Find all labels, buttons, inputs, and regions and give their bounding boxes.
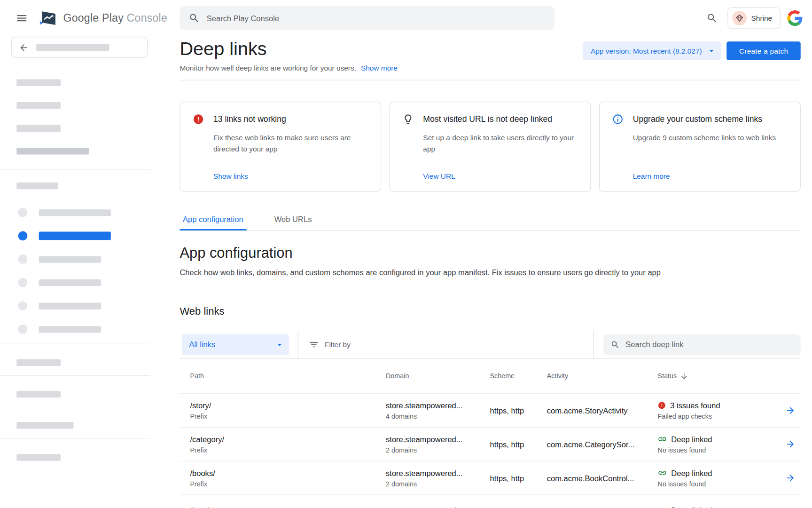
web-links-heading: Web links xyxy=(180,305,800,317)
nav-item-icon xyxy=(18,208,28,217)
row-detail-button[interactable] xyxy=(785,405,796,416)
card-title: 13 links not working xyxy=(213,115,286,124)
deep-link-icon xyxy=(658,506,667,508)
column-header-scheme[interactable]: Scheme xyxy=(490,372,547,380)
web-links-table: Path Domain Scheme Activity Status /stor… xyxy=(180,359,800,508)
back-button[interactable] xyxy=(11,37,148,58)
section-description: Check how web links, domains, and custom… xyxy=(180,268,800,277)
show-links-link[interactable]: Show links xyxy=(213,172,248,181)
app-switcher[interactable]: Shrine xyxy=(727,7,781,29)
deep-link-search[interactable] xyxy=(603,334,801,355)
card-title: Upgrade your custom scheme links xyxy=(633,115,762,124)
skeleton-bar xyxy=(39,232,111,240)
tab-app-configuration[interactable]: App configuration xyxy=(180,214,246,230)
activity-value: com.acme.CategorySor... xyxy=(547,440,658,449)
skeleton-bar xyxy=(16,422,73,429)
filter-icon xyxy=(309,339,319,349)
column-header-path[interactable]: Path xyxy=(190,372,386,380)
table-row[interactable]: /category/Prefix store.steampowered...2 … xyxy=(180,428,800,461)
arrow-forward-icon xyxy=(785,473,796,483)
status-value: Deep linked xyxy=(671,468,712,477)
domain-value: store.steampowered... xyxy=(386,435,490,444)
path-type: Prefix xyxy=(190,480,386,488)
skeleton-bar xyxy=(16,391,61,397)
skeleton-bar xyxy=(16,102,61,109)
insight-card-upgrade-schemes: Upgrade your custom scheme links Upgrade… xyxy=(599,102,801,192)
sidebar-divider xyxy=(0,344,150,344)
toolbar-divider xyxy=(298,331,298,359)
domain-count: 2 domains xyxy=(386,480,490,488)
activity-value: com.acme.BookControl... xyxy=(547,474,658,483)
sidebar-nav-item[interactable] xyxy=(18,278,150,287)
app-name: Shrine xyxy=(751,14,773,23)
path-value: /story/ xyxy=(190,401,386,410)
path-value: /category/ xyxy=(190,435,386,444)
main-content: Deep links Monitor how well deep links a… xyxy=(150,36,812,508)
nav-item-icon xyxy=(18,325,28,334)
play-console-window: Google Play Console Shrine xyxy=(0,0,812,508)
sidebar-nav-item[interactable] xyxy=(18,301,150,310)
lightbulb-icon xyxy=(402,113,414,125)
show-more-link[interactable]: Show more xyxy=(361,64,398,72)
learn-more-link[interactable]: Learn more xyxy=(633,172,670,181)
error-icon xyxy=(658,401,666,410)
error-icon xyxy=(193,113,204,125)
sidebar-nav-item[interactable] xyxy=(18,325,150,334)
tab-web-urls[interactable]: Web URLs xyxy=(271,214,315,230)
search-icon xyxy=(610,340,620,349)
domain-value: store.steampowered... xyxy=(386,506,490,508)
column-header-domain[interactable]: Domain xyxy=(386,372,490,380)
deep-link-icon xyxy=(658,435,667,444)
arrow-forward-icon xyxy=(785,439,796,449)
path-value: /books/ xyxy=(190,468,386,477)
column-header-activity[interactable]: Activity xyxy=(547,372,658,380)
play-console-logo-icon xyxy=(39,10,58,26)
search-button[interactable] xyxy=(706,12,718,24)
path-type: Prefix xyxy=(190,446,386,454)
info-icon xyxy=(612,113,624,125)
skeleton-bar xyxy=(16,359,61,366)
app-version-label: App version: Most recent (8.2.027) xyxy=(591,47,702,55)
skeleton-bar xyxy=(16,454,61,460)
logo-brand-text: Google Play xyxy=(63,12,124,24)
links-filter-value: All links xyxy=(189,340,215,349)
create-patch-button[interactable]: Create a patch xyxy=(727,41,801,60)
chevron-down-icon xyxy=(274,339,285,349)
deep-link-search-input[interactable] xyxy=(625,340,793,349)
links-filter-dropdown[interactable]: All links xyxy=(182,334,289,355)
menu-button[interactable] xyxy=(16,12,28,24)
page-subtitle: Monitor how well deep links are working … xyxy=(180,64,356,72)
row-detail-button[interactable] xyxy=(785,473,796,483)
app-version-selector[interactable]: App version: Most recent (8.2.027) xyxy=(582,41,721,60)
chevron-down-icon xyxy=(707,46,717,56)
global-search-input[interactable] xyxy=(207,14,546,23)
sidebar-nav-item[interactable] xyxy=(18,208,150,217)
column-header-status[interactable]: Status xyxy=(658,372,780,381)
insight-cards: 13 links not working Fix these web links… xyxy=(180,102,800,192)
row-detail-button[interactable] xyxy=(785,439,796,449)
activity-value: com.acme.StoryActivity xyxy=(547,406,658,415)
table-row[interactable]: /story/Prefix store.steampowered...4 dom… xyxy=(180,394,800,428)
filter-by-button[interactable]: Filter by xyxy=(309,339,351,349)
domain-count: 4 domains xyxy=(386,413,490,421)
arrow-back-icon xyxy=(19,42,29,53)
domain-value: store.steampowered... xyxy=(386,468,490,477)
sidebar-nav-item[interactable] xyxy=(18,254,150,264)
insight-card-links-not-working: 13 links not working Fix these web links… xyxy=(180,102,381,192)
table-row[interactable]: /books/Prefix store.steampowered...2 dom… xyxy=(180,461,800,495)
table-row[interactable]: /item/ store.steampowered... Deep linked xyxy=(180,495,800,508)
global-search[interactable] xyxy=(180,6,554,30)
deep-link-icon xyxy=(658,468,667,477)
google-account-button[interactable] xyxy=(787,10,803,26)
section-heading: App configuration xyxy=(180,245,800,261)
tab-bar: App configuration Web URLs xyxy=(180,214,800,230)
skeleton-bar xyxy=(39,326,101,333)
header-divider xyxy=(180,80,800,80)
skeleton-bar xyxy=(39,209,111,216)
sidebar-divider xyxy=(0,473,150,473)
status-detail: Failed app checks xyxy=(658,413,780,421)
sidebar-nav-item-deep-links-active[interactable] xyxy=(18,231,150,241)
logo-suffix-text: Console xyxy=(127,12,167,24)
view-url-link[interactable]: View URL xyxy=(423,172,455,181)
sidebar-divider xyxy=(0,169,150,170)
